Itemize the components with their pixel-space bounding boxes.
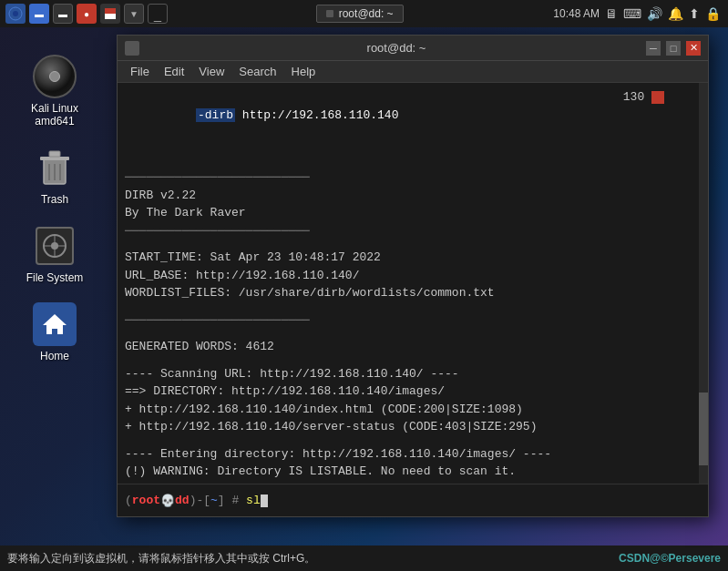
menu-edit[interactable]: Edit [157, 63, 191, 80]
home-icon-img [33, 302, 77, 346]
svg-marker-17 [43, 314, 67, 334]
status-bar-message: 要将输入定向到该虚拟机，请将鼠标指针移入其中或按 Ctrl+G。 [7, 551, 315, 566]
taskbar-right: 10:48 AM 🖥 ⌨ 🔊 🔔 ⬆ 🔒 [546, 6, 728, 21]
taskbar-icon-3[interactable]: ● [77, 4, 97, 24]
terminal-entering-dir: ---- Entering directory: http://192.168.… [125, 445, 701, 464]
close-button[interactable]: ✕ [686, 41, 701, 56]
terminal-index: + http://192.168.110.140/index.html (COD… [125, 401, 701, 419]
disc-icon [33, 55, 77, 98]
status-bar-right: CSDN@©Persevere [619, 552, 721, 565]
terminal-body[interactable]: -dirb http://192.168.110.140 130 ───────… [118, 83, 708, 484]
terminal-line-cmd: -dirb http://192.168.110.140 130 [125, 88, 701, 159]
home-icon [33, 302, 77, 346]
menu-help[interactable]: Help [284, 63, 323, 80]
terminal-titlebar: root@dd: ~ ─ □ ✕ [118, 36, 708, 61]
terminal-scanning: ---- Scanning URL: http://192.168.110.14… [125, 365, 701, 383]
terminal-window: root@dd: ~ ─ □ ✕ File Edit View Search H… [117, 35, 709, 517]
desktop-icon-kali[interactable]: Kali Linux amd641 [14, 55, 96, 127]
prompt-bracket-open: ( [125, 494, 132, 507]
menu-search[interactable]: Search [231, 63, 283, 80]
prompt-root: root [132, 494, 160, 507]
taskbar-top: ▬ ▬ ● ▼ _ root@dd: ~ 10:48 AM 🖥 ⌨ 🔊 🔔 ⬆ … [0, 0, 728, 27]
trash-icon-label: Trash [41, 193, 68, 206]
taskbar-icon-4[interactable] [100, 4, 120, 24]
taskbar-middle: root@dd: ~ [173, 5, 546, 23]
svg-rect-5 [110, 14, 116, 19]
desktop-icon-filesystem[interactable]: File System [14, 224, 96, 284]
trash-icon [36, 148, 73, 188]
kali-icon-img [33, 55, 77, 98]
terminal-empty-6 [125, 436, 701, 445]
desktop-icon-trash[interactable]: Trash [14, 146, 96, 206]
house-icon [41, 311, 68, 338]
exit-code-text: 130 [623, 88, 664, 107]
svg-rect-7 [40, 157, 69, 160]
terminal-separator-3: ────────────────────────── [125, 311, 701, 330]
terminal-empty-1 [125, 159, 701, 168]
home-icon-label: Home [40, 350, 69, 362]
filesystem-icon-img [33, 224, 77, 268]
window-dot [326, 10, 333, 17]
terminal-empty-5 [125, 356, 701, 365]
svg-rect-3 [110, 8, 116, 14]
terminal-server-status: + http://192.168.110.140/server-status (… [125, 418, 701, 436]
status-logo: CSDN@©Persevere [619, 552, 721, 565]
terminal-empty-2 [125, 240, 701, 249]
svg-rect-4 [105, 14, 110, 19]
keyboard-icon: ⌨ [623, 6, 641, 21]
network-icon: ⬆ [689, 6, 700, 21]
terminal-corner-icon [125, 41, 139, 56]
prompt-host: dd [175, 494, 190, 507]
prompt-bracket-close: )-[ [190, 494, 210, 507]
taskbar-icon-1[interactable]: ▬ [29, 4, 49, 24]
minimize-button[interactable]: ─ [646, 41, 661, 56]
terminal-title: root@dd: ~ [147, 41, 646, 55]
exit-code-box [651, 91, 664, 104]
monitor-icon: 🖥 [605, 6, 618, 21]
desktop: ▬ ▬ ● ▼ _ root@dd: ~ 10:48 AM 🖥 ⌨ 🔊 🔔 ⬆ … [0, 0, 728, 571]
prompt-skull: 💀 [160, 494, 175, 508]
taskbar-left-icons: ▬ ▬ ● ▼ _ [0, 4, 173, 24]
terminal-prompt-area[interactable]: ( root 💀 dd )-[ ~ ] # sl [118, 484, 708, 516]
clock: 10:48 AM [553, 7, 600, 20]
terminal-empty-4 [125, 329, 701, 338]
lock-icon: 🔒 [705, 6, 721, 21]
filesystem-icon-label: File System [26, 271, 84, 284]
terminal-empty-3 [125, 302, 701, 311]
terminal-controls: ─ □ ✕ [646, 41, 701, 56]
maximize-button[interactable]: □ [666, 41, 681, 56]
cmd-highlight: -dirb [196, 108, 235, 122]
prompt-cursor [261, 495, 268, 507]
prompt-bracket-end: ] [218, 494, 225, 507]
status-bar: 要将输入定向到该虚拟机，请将鼠标指针移入其中或按 Ctrl+G。 CSDN@©P… [0, 546, 728, 571]
menu-view[interactable]: View [191, 63, 231, 80]
prompt-cmd: sl [246, 494, 261, 507]
terminal-wordlist: WORDLIST_FILES: /usr/share/dirb/wordlist… [125, 284, 701, 302]
terminal-separator-2: ────────────────────────── [125, 222, 701, 240]
terminal-dirb-author: By The Dark Raver [125, 204, 701, 222]
volume-icon: 🔊 [647, 6, 662, 21]
terminal-start-time: START_TIME: Sat Apr 23 10:48:17 2022 [125, 249, 701, 267]
window-title-taskbar: root@dd: ~ [339, 7, 394, 20]
terminal-menubar: File Edit View Search Help [118, 61, 708, 83]
taskbar-icon-5[interactable]: ▼ [124, 4, 144, 24]
svg-rect-8 [49, 151, 60, 157]
desktop-icons-area: Kali Linux amd641 Trash [0, 27, 109, 544]
active-window-button[interactable]: root@dd: ~ [316, 5, 404, 23]
terminal-warning: (!) WARNING: Directory IS LISTABLE. No n… [125, 463, 701, 481]
terminal-separator-1: ────────────────────────── [125, 168, 701, 187]
prompt-hash: # [231, 494, 239, 507]
kali-menu-icon[interactable] [5, 4, 26, 24]
svg-rect-2 [105, 8, 110, 14]
prompt-tilde: ~ [210, 494, 218, 507]
menu-file[interactable]: File [123, 63, 157, 80]
taskbar-icon-2[interactable]: ▬ [53, 4, 73, 24]
terminal-directory: ==> DIRECTORY: http://192.168.110.140/im… [125, 382, 701, 401]
trash-icon-img [33, 146, 77, 189]
terminal-dirb-version: DIRB v2.22 [125, 187, 701, 205]
terminal-taskbar-icon[interactable]: _ [148, 4, 168, 24]
terminal-url-base: URL_BASE: http://192.168.110.140/ [125, 267, 701, 285]
desktop-icon-home[interactable]: Home [14, 302, 96, 362]
terminal-gen-words: GENERATED WORDS: 4612 [125, 338, 701, 356]
filesystem-icon [35, 226, 75, 266]
